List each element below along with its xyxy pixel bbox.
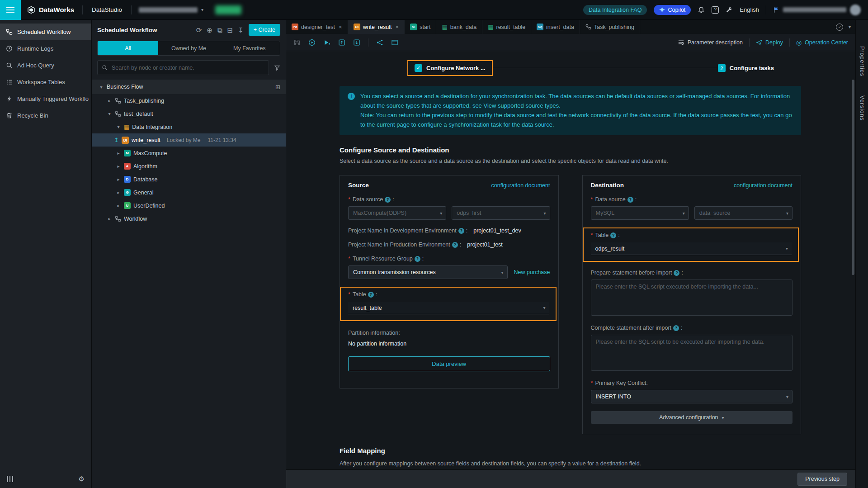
copilot-button[interactable]: Copilot [654, 5, 691, 15]
deploy-button[interactable]: Deploy [756, 39, 783, 46]
save-button[interactable] [293, 39, 301, 46]
settings-gear-icon[interactable] [79, 475, 85, 483]
sidebar-item-workspace-tables[interactable]: Workspace Tables [0, 74, 91, 90]
chevron-right-icon[interactable] [116, 151, 121, 156]
saved-status-icon[interactable] [836, 24, 843, 31]
batch-operation-icon[interactable] [217, 27, 222, 33]
tree-item-write-result[interactable]: DI write_result Locked by Me 11-21 13:34 [92, 133, 286, 147]
workspace-selector[interactable]: ▾ [132, 7, 211, 13]
chevron-right-icon[interactable] [116, 203, 121, 208]
run-button[interactable] [308, 39, 316, 46]
complete-statement-textarea[interactable] [591, 335, 793, 371]
vertical-scrollbar[interactable] [852, 80, 854, 275]
notifications-bell-icon[interactable] [698, 6, 705, 14]
source-configuration-document-link[interactable]: configuration document [491, 182, 550, 189]
tree-item-database[interactable]: D Database [92, 173, 286, 186]
source-datasource-select[interactable]: odps_first [452, 206, 550, 220]
editor-tab-write-result[interactable]: DI write_result [348, 20, 405, 34]
help-icon[interactable] [674, 270, 679, 276]
tree-item-algorithm[interactable]: A Algorithm [92, 160, 286, 173]
help-icon[interactable] [385, 197, 391, 203]
destination-table-select[interactable]: odps_result [591, 242, 792, 255]
sidebar-item-scheduled-workflow[interactable]: Scheduled Workflow [0, 24, 91, 40]
editor-tab-start[interactable]: Vi start [405, 20, 436, 34]
step-configure-network[interactable]: Configure Network ... [407, 60, 493, 76]
refresh-icon[interactable] [196, 27, 202, 33]
language-selector[interactable]: English [740, 6, 759, 13]
import-icon[interactable] [238, 27, 244, 33]
tree-item-task-publishing[interactable]: Task_publishing [92, 94, 286, 107]
tab-owned-by-me[interactable]: Owned by Me [158, 41, 219, 55]
doc-check-icon[interactable] [227, 27, 233, 33]
destination-type-select[interactable]: MySQL [591, 206, 689, 220]
advanced-run-button[interactable] [323, 39, 330, 46]
editor-tab-bank-data[interactable]: bank_data [436, 20, 482, 34]
tree-item-general[interactable]: G General [92, 186, 286, 199]
download-button[interactable] [353, 39, 360, 46]
help-icon[interactable]: ? [712, 6, 719, 14]
tab-list-chevron-icon[interactable] [849, 24, 851, 29]
chevron-right-icon[interactable] [116, 164, 121, 169]
tree-item-userdefined[interactable]: U UserDefined [92, 199, 286, 212]
chevron-right-icon[interactable] [107, 98, 112, 103]
sidebar-item-recycle-bin[interactable]: Recycle Bin [0, 107, 91, 124]
tab-all[interactable]: All [98, 41, 158, 55]
chevron-right-icon[interactable] [107, 216, 112, 221]
parameter-description-button[interactable]: Parameter description [678, 39, 743, 46]
chevron-down-icon[interactable] [107, 111, 112, 116]
tunnel-resource-group-select[interactable]: Common transmission resources [348, 265, 508, 279]
help-icon[interactable] [627, 197, 633, 203]
help-icon[interactable] [673, 325, 679, 331]
tree-item-data-integration[interactable]: Data Integration [92, 120, 286, 133]
nav-datastudio[interactable]: DataStudio [83, 6, 131, 13]
primary-key-conflict-select[interactable]: INSERT INTO [591, 390, 793, 403]
hamburger-menu-icon[interactable] [0, 0, 21, 20]
editor-tab-insert-data[interactable]: Sq insert_data [531, 20, 580, 34]
submit-button[interactable] [338, 39, 345, 46]
editor-tab-designer-test[interactable]: Pd designer_test [286, 20, 348, 34]
previous-step-button[interactable]: Previous step [797, 473, 847, 486]
layout-grid-icon[interactable] [275, 84, 280, 90]
advanced-configuration-button[interactable]: Advanced configuration [591, 411, 793, 424]
tab-my-favorites[interactable]: My Favorites [219, 41, 280, 55]
locate-node-icon[interactable] [207, 27, 212, 33]
faq-badge[interactable]: Data Integration FAQ [583, 5, 647, 15]
destination-datasource-select[interactable]: data_source [694, 206, 793, 220]
chevron-down-icon[interactable] [116, 124, 121, 129]
tools-wrench-icon[interactable] [726, 6, 733, 14]
new-purchase-link[interactable]: New purchase [514, 269, 550, 275]
operation-center-button[interactable]: Operation Center [796, 39, 848, 46]
tree-item-business-flow[interactable]: Business Flow [92, 80, 286, 94]
sidebar-item-ad-hoc-query[interactable]: Ad Hoc Query [0, 57, 91, 74]
step-done-checkbox-icon[interactable] [415, 64, 422, 72]
tree-item-maxcompute[interactable]: M MaxCompute [92, 147, 286, 160]
help-icon[interactable] [610, 232, 616, 238]
editor-tab-result-table[interactable]: result_table [482, 20, 531, 34]
prepare-statement-textarea[interactable] [591, 280, 793, 316]
format-table-button[interactable] [391, 39, 398, 46]
chevron-down-icon[interactable] [99, 85, 104, 90]
account-menu[interactable] [773, 5, 861, 15]
destination-configuration-document-link[interactable]: configuration document [734, 182, 793, 189]
tree-item-test-default[interactable]: test_default [92, 107, 286, 120]
chevron-right-icon[interactable] [116, 190, 121, 195]
step-configure-tasks[interactable]: 2 Configure tasks [717, 64, 774, 72]
tab-versions[interactable]: Versions [859, 95, 865, 121]
filter-funnel-icon[interactable] [274, 65, 280, 71]
tree-item-workflow[interactable]: Workflow [92, 212, 286, 225]
search-input[interactable] [111, 64, 264, 71]
help-icon[interactable] [368, 292, 374, 298]
help-icon[interactable] [415, 256, 420, 262]
lineage-graph-button[interactable] [376, 39, 383, 46]
sidebar-item-runtime-logs[interactable]: Runtime Logs [0, 40, 91, 57]
close-tab-icon[interactable] [396, 24, 399, 30]
close-tab-icon[interactable] [339, 24, 342, 30]
help-icon[interactable] [452, 242, 458, 248]
chevron-right-icon[interactable] [116, 177, 121, 182]
editor-tab-task-publishing[interactable]: Task_publishing [580, 20, 640, 34]
data-preview-button[interactable]: Data preview [348, 356, 550, 371]
sidebar-item-manually-triggered-workflow[interactable]: Manually Triggered Workflo [0, 90, 91, 107]
help-icon[interactable] [458, 228, 464, 234]
collapse-panel-icon[interactable] [7, 476, 13, 482]
tab-properties[interactable]: Properties [859, 46, 865, 76]
